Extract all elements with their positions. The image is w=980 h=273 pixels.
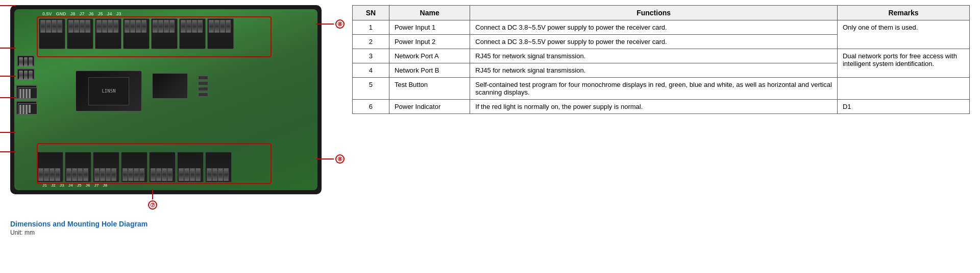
table-row: 3Network Port ARJ45 for network signal t… — [353, 49, 970, 63]
circle-8-top: ⑧ — [335, 19, 345, 29]
cell-function: Connect a DC 3.8~5.5V power supply to po… — [470, 35, 838, 49]
header-sn: SN — [353, 6, 389, 20]
cell-sn: 3 — [353, 49, 389, 63]
label-5: ⑤ — [0, 128, 16, 137]
cell-name: Network Port B — [389, 63, 470, 78]
cell-function: Self-contained test program for four mon… — [470, 78, 838, 100]
header-functions: Functions — [470, 6, 838, 20]
cell-sn: 2 — [353, 35, 389, 49]
cell-remarks-5 — [837, 78, 969, 100]
label-8-top: ⑧ — [316, 19, 345, 29]
label-7: ⑦ — [148, 189, 157, 210]
network-ports — [16, 85, 37, 115]
cell-name: Power Input 1 — [389, 20, 470, 35]
specifications-table: SN Name Functions Remarks 1Power Input 1… — [352, 5, 970, 114]
cell-remarks-1-2: Only one of them is used. — [837, 20, 969, 49]
top-connectors — [39, 18, 234, 49]
dimensions-title: Dimensions and Mounting Hole Diagram — [10, 220, 337, 228]
cell-function: If the red light is normally on, the pow… — [470, 100, 838, 114]
bottom-connectors — [37, 152, 232, 183]
pcb-board: 0.5VGNDJ8J7J6J5J4J3 — [14, 9, 317, 190]
table-row: 6Power IndicatorIf the red light is norm… — [353, 100, 970, 114]
table-header-row: SN Name Functions Remarks — [353, 6, 970, 20]
label-1: ① — [0, 1, 16, 10]
cell-sn: 5 — [353, 78, 389, 100]
board-diagram: 0.5VGNDJ8J7J6J5J4J3 — [10, 5, 322, 194]
header-name: Name — [389, 6, 470, 20]
right-panel: SN Name Functions Remarks 1Power Input 1… — [352, 5, 970, 268]
power-connectors — [17, 55, 35, 80]
small-components — [198, 76, 208, 97]
small-ic — [152, 73, 188, 99]
cell-name: Network Port A — [389, 49, 470, 63]
label-3: ③ — [0, 72, 16, 81]
cell-sn: 6 — [353, 100, 389, 114]
cell-remarks-6: D1 — [837, 100, 969, 114]
cell-name: Test Button — [389, 78, 470, 100]
left-panel: 0.5VGNDJ8J7J6J5J4J3 — [10, 5, 337, 268]
unit-label: Unit: mm — [10, 229, 337, 236]
label-6: ⑥ — [0, 147, 16, 156]
cell-sn: 4 — [353, 63, 389, 78]
cell-function: Connect a DC 3.8~5.5V power supply to po… — [470, 20, 838, 35]
label-8-bottom: ⑧ — [316, 154, 345, 164]
dimensions-section: Dimensions and Mounting Hole Diagram Uni… — [10, 217, 337, 236]
label-4: ④ — [0, 93, 16, 102]
label-2: ② — [0, 43, 16, 53]
header-remarks: Remarks — [837, 6, 969, 20]
cell-function: RJ45 for network signal transmission. — [470, 49, 838, 63]
cell-function: RJ45 for network signal transmission. — [470, 63, 838, 78]
table-row: 1Power Input 1Connect a DC 3.8~5.5V powe… — [353, 20, 970, 35]
circle-8-bottom: ⑧ — [335, 154, 345, 164]
cell-remarks-3-4: Dual network ports for free access with … — [837, 49, 969, 78]
table-row: 5Test ButtonSelf-contained test program … — [353, 78, 970, 100]
main-ic-1: LINSN — [76, 71, 142, 111]
cell-sn: 1 — [353, 20, 389, 35]
cell-name: Power Indicator — [389, 100, 470, 114]
circle-7: ⑦ — [148, 200, 157, 210]
cell-name: Power Input 2 — [389, 35, 470, 49]
